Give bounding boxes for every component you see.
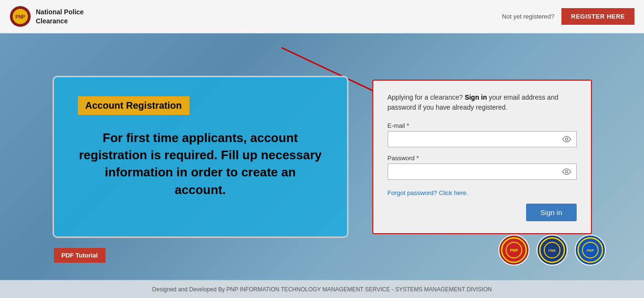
pnp-logo-1: PNP — [498, 235, 529, 266]
not-registered-text: Not yet registered? — [502, 13, 554, 20]
app-title: National Police Clearance — [36, 8, 84, 25]
app-logo-icon: PNP — [10, 6, 31, 27]
svg-point-6 — [565, 170, 568, 173]
svg-text:PNP: PNP — [15, 14, 25, 20]
password-label: Password * — [388, 154, 577, 162]
email-form-group: E-mail * — [388, 122, 577, 147]
pdf-tutorial-button[interactable]: PDF Tutorial — [54, 248, 106, 263]
password-eye-icon[interactable] — [561, 166, 572, 177]
svg-text:ITMS: ITMS — [549, 249, 556, 252]
pnp-logo-2: ITMS — [537, 235, 568, 266]
register-here-button[interactable]: REGISTER HERE — [561, 8, 634, 25]
main-content: Account Registration For first time appl… — [0, 33, 644, 280]
registration-description: For first time applicants, account regis… — [78, 129, 323, 199]
partner-logos: PNP ITMS PNP — [498, 235, 606, 266]
app-footer: Designed and Developed By PNP INFORMATIO… — [0, 280, 644, 298]
email-input[interactable] — [388, 132, 576, 147]
pnp-logo-3: PNP — [575, 235, 606, 266]
app-header: PNP National Police Clearance Not yet re… — [0, 0, 644, 33]
password-input[interactable] — [388, 164, 576, 179]
login-intro-text: Applying for a clearance? Sign in your e… — [388, 92, 577, 113]
email-label: E-mail * — [388, 122, 577, 129]
svg-text:PNP: PNP — [587, 248, 594, 253]
sign-in-button[interactable]: Sign in — [526, 204, 577, 221]
email-input-wrapper — [388, 131, 577, 147]
password-input-wrapper — [388, 164, 577, 180]
sign-in-button-area: Sign in — [388, 204, 577, 221]
footer-text: Designed and Developed By PNP INFORMATIO… — [152, 286, 492, 293]
login-panel: Applying for a clearance? Sign in your e… — [372, 80, 592, 234]
header-right: Not yet registered? REGISTER HERE — [502, 8, 634, 25]
header-brand: PNP National Police Clearance — [10, 6, 84, 27]
forgot-password-link[interactable]: Forgot password? Click here. — [388, 189, 468, 196]
password-form-group: Password * — [388, 154, 577, 180]
account-registration-badge: Account Registration — [78, 96, 190, 115]
email-eye-icon[interactable] — [561, 134, 572, 145]
svg-text:PNP: PNP — [510, 248, 518, 253]
sign-in-bold-text: Sign in — [465, 93, 487, 101]
svg-point-5 — [565, 138, 568, 140]
account-registration-card: Account Registration For first time appl… — [53, 76, 348, 238]
